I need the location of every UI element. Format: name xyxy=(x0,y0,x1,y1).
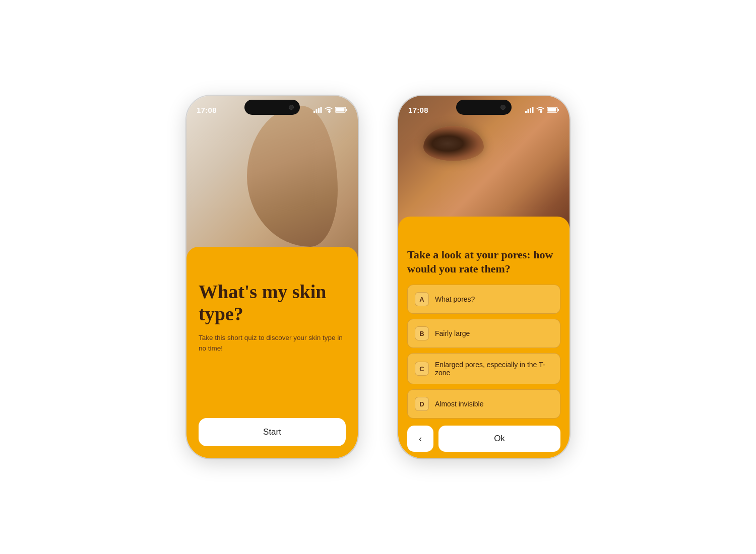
camera-dot-2 xyxy=(500,105,506,110)
option-text-d: Almost invisible xyxy=(435,400,483,408)
option-letter-c: C xyxy=(415,362,429,376)
intro-subtitle: Take this short quiz to discover your sk… xyxy=(199,333,346,354)
svg-rect-7 xyxy=(525,111,527,113)
svg-rect-9 xyxy=(530,108,531,113)
wifi-icon xyxy=(325,107,333,113)
option-text-b: Fairly large xyxy=(435,329,470,337)
option-item-b[interactable]: BFairly large xyxy=(407,319,560,348)
options-list: AWhat pores?BFairly largeCEnlarged pores… xyxy=(407,285,560,419)
svg-rect-6 xyxy=(346,109,348,111)
signal-icon xyxy=(313,107,322,113)
option-letter-d: D xyxy=(415,397,429,411)
option-letter-a: A xyxy=(415,292,429,306)
svg-rect-1 xyxy=(316,109,318,113)
svg-rect-8 xyxy=(528,109,529,113)
notch-2 xyxy=(456,100,512,115)
phone-intro: 17:08 xyxy=(186,96,358,458)
quiz-question: Take a look at your pores: how would you… xyxy=(407,248,560,275)
svg-rect-5 xyxy=(336,108,345,112)
option-text-c: Enlarged pores, especially in the T-zone xyxy=(435,361,553,377)
svg-rect-10 xyxy=(532,107,534,113)
svg-rect-0 xyxy=(313,111,315,113)
option-item-d[interactable]: DAlmost invisible xyxy=(407,389,560,419)
status-icons-1 xyxy=(313,107,348,113)
ok-button[interactable]: Ok xyxy=(438,426,560,452)
signal-icon-2 xyxy=(525,107,534,113)
battery-icon-2 xyxy=(547,107,559,113)
back-button[interactable]: ‹ xyxy=(407,426,433,452)
battery-icon xyxy=(335,107,348,113)
phone-quiz: 17:08 Take a look at y xyxy=(398,96,570,458)
svg-rect-13 xyxy=(558,109,559,111)
camera-dot-1 xyxy=(289,105,294,110)
notch-1 xyxy=(244,100,300,115)
svg-rect-2 xyxy=(318,108,320,113)
option-item-a[interactable]: AWhat pores? xyxy=(407,285,560,314)
wifi-icon-2 xyxy=(536,107,544,113)
hero-image-1 xyxy=(186,96,358,267)
option-letter-b: B xyxy=(415,326,429,340)
option-item-c[interactable]: CEnlarged pores, especially in the T-zon… xyxy=(407,353,560,384)
status-icons-2 xyxy=(525,107,559,113)
quiz-footer: ‹ Ok xyxy=(407,426,560,452)
intro-title: What's my skin type? xyxy=(199,281,346,325)
intro-content: What's my skin type? Take this short qui… xyxy=(186,267,358,458)
svg-rect-3 xyxy=(321,107,322,113)
option-text-a: What pores? xyxy=(435,295,475,303)
status-time-2: 17:08 xyxy=(408,106,428,114)
quiz-content: Take a look at your pores: how would you… xyxy=(398,237,570,458)
start-button[interactable]: Start xyxy=(199,418,346,446)
svg-rect-12 xyxy=(548,108,556,112)
status-time-1: 17:08 xyxy=(197,106,217,114)
